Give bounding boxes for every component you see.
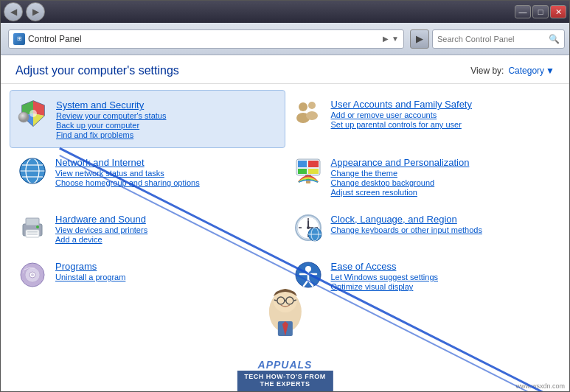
panel-icon-network (17, 155, 48, 186)
svg-rect-20 (308, 161, 319, 167)
panel-text-programs: Programs Uninstall a program (55, 259, 278, 282)
svg-point-30 (36, 225, 39, 228)
watermark-sublabel: TECH HOW-TO'S FROMTHE EXPERTS (237, 371, 333, 391)
panel-link-hardware-1[interactable]: View devices and printers (55, 225, 278, 234)
panel-icon-clock (293, 212, 324, 243)
wsxdn-label: www.wsxdn.com (515, 382, 565, 390)
svg-rect-29 (27, 234, 38, 235)
svg-point-10 (308, 102, 316, 109)
page-title: Adjust your computer's settings (15, 64, 179, 77)
panel-text-hardware: Hardware and Sound View devices and prin… (55, 212, 278, 245)
panel-icon-appearance (293, 155, 324, 186)
panel-title-hardware[interactable]: Hardware and Sound (55, 214, 146, 225)
panel-link-ease-2[interactable]: Optimize visual display (331, 282, 554, 291)
svg-point-6 (29, 110, 37, 117)
minimize-button[interactable]: — (515, 5, 531, 18)
panel-system-security[interactable]: System and Security Review your computer… (10, 90, 285, 148)
go-button[interactable]: ▶ (410, 29, 429, 49)
panel-text-network: Network and Internet View network status… (55, 155, 278, 188)
address-icon: ⊞ (13, 33, 25, 45)
panel-link-appearance-1[interactable]: Change the theme (331, 169, 554, 178)
panel-icon-system (18, 98, 49, 129)
panel-link-network-2[interactable]: Choose homegroup and sharing options (55, 178, 278, 187)
panel-link-network-1[interactable]: View network status and tasks (55, 169, 278, 178)
svg-point-46 (31, 273, 34, 276)
close-button[interactable]: ✕ (550, 5, 566, 18)
panel-icon-hardware (17, 212, 48, 243)
panel-text-appearance: Appearance and Personalization Change th… (331, 155, 554, 197)
svg-point-39 (307, 226, 310, 229)
panel-appearance[interactable]: Appearance and Personalization Change th… (285, 148, 561, 205)
panels-grid: System and Security Review your computer… (1, 84, 569, 305)
viewby-dropdown[interactable]: Category ▼ (508, 66, 555, 76)
svg-line-58 (274, 300, 276, 301)
title-bar: ◀ ▶ — □ ✕ (1, 1, 569, 23)
svg-rect-21 (298, 169, 307, 174)
svg-point-8 (299, 102, 307, 111)
watermark-label: APPUALS (237, 360, 333, 371)
main-content: Adjust your computer's settings View by:… (1, 55, 569, 391)
panel-link-ease-1[interactable]: Let Windows suggest settings (331, 273, 554, 281)
panel-text-ease: Ease of Access Let Windows suggest setti… (331, 259, 554, 292)
panel-link-clock-1[interactable]: Change keyboards or other input methods (331, 225, 554, 234)
viewby-value: Category (508, 66, 544, 76)
address-chevron[interactable]: ▼ (392, 35, 399, 43)
svg-point-11 (306, 111, 318, 120)
maximize-button[interactable]: □ (532, 5, 549, 18)
forward-button[interactable]: ▶ (26, 2, 45, 21)
panel-link-appearance-3[interactable]: Adjust screen resolution (331, 188, 554, 197)
watermark-figure (240, 286, 329, 360)
panel-hardware[interactable]: Hardware and Sound View devices and prin… (10, 205, 285, 252)
toolbar: ⊞ Control Panel ▶ ▼ ▶ 🔍 (1, 23, 569, 55)
address-text: Control Panel (28, 34, 380, 44)
search-input[interactable] (437, 35, 546, 43)
panel-user-accounts[interactable]: User Accounts and Family Safety Add or r… (285, 90, 561, 148)
svg-rect-19 (298, 161, 307, 167)
panel-title-clock[interactable]: Clock, Language, and Region (331, 214, 457, 225)
address-bar[interactable]: ⊞ Control Panel ▶ ▼ (8, 29, 404, 49)
view-by-control: View by: Category ▼ (470, 66, 555, 76)
panel-title-system[interactable]: System and Security (56, 99, 144, 111)
main-window: ◀ ▶ — □ ✕ ⊞ Control Panel ▶ ▼ ▶ 🔍 Adjust… (0, 0, 570, 392)
panel-link-hardware-2[interactable]: Add a device (55, 235, 278, 244)
search-bar[interactable]: 🔍 (432, 29, 565, 49)
panel-link-programs-1[interactable]: Uninstall a program (55, 273, 278, 281)
panel-title-appearance[interactable]: Appearance and Personalization (331, 157, 470, 168)
panel-text-clock: Clock, Language, and Region Change keybo… (331, 212, 554, 235)
svg-rect-28 (27, 231, 38, 233)
content-header: Adjust your computer's settings View by:… (1, 55, 569, 84)
panel-title-programs[interactable]: Programs (55, 261, 97, 272)
svg-rect-22 (308, 169, 319, 174)
viewby-arrow: ▼ (546, 66, 555, 76)
panel-text-system: System and Security Review your computer… (56, 98, 277, 140)
panel-link-appearance-2[interactable]: Change desktop background (331, 178, 554, 187)
watermark: APPUALS TECH HOW-TO'S FROMTHE EXPERTS (237, 286, 333, 391)
viewby-label: View by: (470, 66, 504, 76)
svg-point-7 (18, 112, 29, 122)
panel-text-users: User Accounts and Family Safety Add or r… (331, 97, 554, 130)
panel-icon-users (293, 97, 324, 128)
title-bar-left: ◀ ▶ (4, 2, 45, 21)
address-dropdown[interactable]: ▶ (383, 35, 389, 43)
panel-link-users-1[interactable]: Add or remove user accounts (331, 111, 554, 119)
back-button[interactable]: ◀ (4, 2, 23, 21)
svg-rect-26 (26, 218, 39, 225)
panel-link-system-2[interactable]: Back up your computer (56, 121, 277, 130)
svg-point-48 (305, 266, 311, 272)
panel-title-ease[interactable]: Ease of Access (331, 261, 397, 272)
panel-title-users[interactable]: User Accounts and Family Safety (331, 99, 472, 110)
panel-icon-programs (17, 259, 48, 290)
window-controls: — □ ✕ (515, 5, 566, 18)
panel-link-system-1[interactable]: Review your computer's status (56, 111, 277, 120)
svg-line-59 (293, 300, 296, 301)
panel-clock[interactable]: Clock, Language, and Region Change keybo… (285, 205, 561, 252)
panel-link-system-3[interactable]: Find and fix problems (56, 130, 277, 139)
panel-network[interactable]: Network and Internet View network status… (10, 148, 285, 205)
search-icon: 🔍 (549, 34, 560, 44)
panel-link-users-2[interactable]: Set up parental controls for any user (331, 120, 554, 129)
panel-title-network[interactable]: Network and Internet (55, 157, 145, 168)
